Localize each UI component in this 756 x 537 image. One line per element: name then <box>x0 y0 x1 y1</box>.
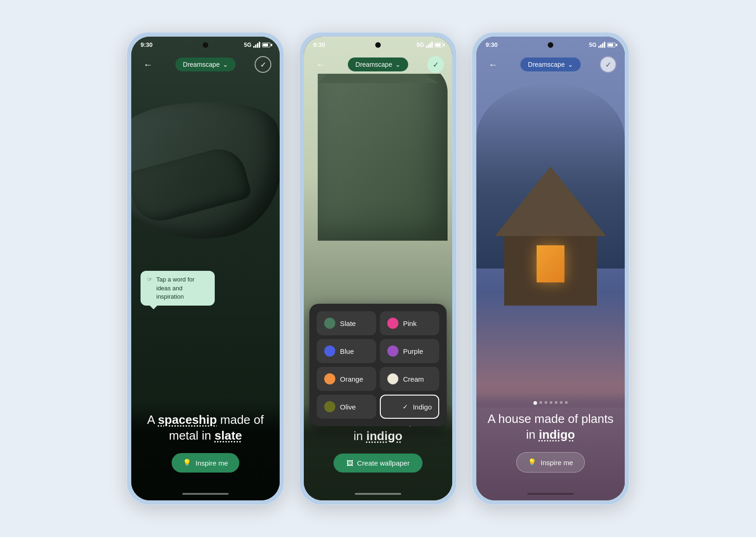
camera-notch-2 <box>375 42 381 48</box>
color-item-pink[interactable]: Pink <box>380 311 439 335</box>
color-item-blue[interactable]: Blue <box>317 339 376 363</box>
dot-2 <box>539 401 542 404</box>
color-item-olive[interactable]: Olive <box>317 395 376 419</box>
camera-notch <box>203 42 208 48</box>
check-button-2[interactable]: ✓ <box>427 56 444 73</box>
dreamscape-dropdown-3[interactable]: Dreamscape ⌄ <box>520 58 580 71</box>
status-icons-1: 5G <box>244 42 270 48</box>
back-button-3[interactable]: ← <box>485 56 501 73</box>
dot-7 <box>565 401 568 404</box>
color-label-pink: Pink <box>403 320 416 327</box>
inspire-button-1[interactable]: 💡 Inspire me <box>172 453 239 473</box>
color-label-purple: Purple <box>403 347 423 355</box>
color-grid: Slate Pink Blue Purple Orange <box>317 311 439 419</box>
dreamscape-dropdown-1[interactable]: Dreamscape ⌄ <box>175 58 235 71</box>
color-item-purple[interactable]: Purple <box>380 339 439 363</box>
color-picker-overlay: Slate Pink Blue Purple Orange <box>309 304 447 426</box>
battery-icon-3 <box>607 43 615 47</box>
house-roof <box>495 166 606 236</box>
inspire-icon-3: 💡 <box>528 458 537 467</box>
phone-2: 9:30 5G ← Dreamscape ⌄ ✓ <box>299 32 457 505</box>
status-time-3: 9:30 <box>486 41 498 48</box>
signal-bars-1 <box>253 42 260 48</box>
bottom-content-1: A spaceship made of metal in slate 💡 Ins… <box>131 403 280 500</box>
home-bar-1 <box>182 493 229 495</box>
chevron-down-icon-2: ⌄ <box>395 61 401 68</box>
color-label-olive: Olive <box>340 403 356 411</box>
home-bar-3 <box>527 493 574 495</box>
phone-3: 9:30 5G ← Dreamscape ⌄ ✓ <box>472 32 629 505</box>
status-icons-2: 5G <box>416 42 443 48</box>
chevron-down-icon-1: ⌄ <box>223 61 228 68</box>
building-illustration <box>304 74 452 241</box>
spaceship-illustration <box>131 64 280 287</box>
dot-1 <box>533 401 537 405</box>
color-dot-blue <box>324 345 335 357</box>
bottom-content-3: A house made of plants in indigo 💡 Inspi… <box>476 392 625 500</box>
hand-icon-1: ☞ <box>147 275 153 284</box>
home-bar-2 <box>355 493 401 495</box>
color-item-cream[interactable]: Cream <box>380 367 439 391</box>
color-item-slate[interactable]: Slate <box>317 311 376 335</box>
color-label-blue: Blue <box>340 347 354 355</box>
check-button-3[interactable]: ✓ <box>600 56 616 73</box>
dot-5 <box>555 401 557 404</box>
dreamscape-dropdown-2[interactable]: Dreamscape ⌄ <box>348 58 408 71</box>
network-label-1: 5G <box>244 42 251 48</box>
color-label-orange: Orange <box>340 375 363 383</box>
back-button-1[interactable]: ← <box>140 56 156 73</box>
color-label-slate: Slate <box>340 320 356 327</box>
color-label-indigo: Indigo <box>413 403 432 411</box>
color-label-cream: Cream <box>403 375 424 383</box>
color-dot-pink <box>387 318 398 329</box>
dots-indicator <box>486 401 615 405</box>
battery-icon-1 <box>262 43 270 47</box>
color-item-orange[interactable]: Orange <box>317 367 376 391</box>
color-dot-cream <box>387 373 398 384</box>
inspire-button-3[interactable]: 💡 Inspire me <box>516 452 584 473</box>
network-label-3: 5G <box>589 42 596 48</box>
status-time-1: 9:30 <box>141 41 153 48</box>
signal-bars-3 <box>598 42 605 48</box>
check-mark-indigo: ✓ <box>403 403 408 410</box>
create-wallpaper-button[interactable]: 🖼 Create wallpaper <box>333 454 423 473</box>
color-dot-slate <box>324 318 335 329</box>
inspire-icon-1: 💡 <box>183 459 192 467</box>
network-label-2: 5G <box>416 42 424 48</box>
main-text-1: A spaceship made of metal in slate <box>141 412 270 444</box>
chevron-down-icon-3: ⌄ <box>568 61 573 68</box>
status-time-2: 9:30 <box>313 41 325 48</box>
battery-icon-2 <box>435 43 443 47</box>
color-dot-orange <box>324 373 335 384</box>
check-button-1[interactable]: ✓ <box>255 56 271 73</box>
create-icon: 🖼 <box>346 459 353 467</box>
tooltip-1: ☞ Tap a word for ideas and inspiration <box>141 271 215 306</box>
color-item-indigo[interactable]: ✓ Indigo <box>380 395 439 419</box>
status-icons-3: 5G <box>589 42 615 48</box>
camera-notch-3 <box>548 42 553 48</box>
dot-6 <box>560 401 563 404</box>
color-dot-purple <box>387 345 398 357</box>
house-window <box>537 245 564 282</box>
dot-4 <box>550 401 552 404</box>
back-button-2[interactable]: ← <box>312 56 329 73</box>
main-text-3: A house made of plants in indigo <box>486 411 615 443</box>
signal-bars-2 <box>426 42 433 48</box>
color-dot-olive <box>324 401 335 412</box>
phone-1: 9:30 5G ← Dreamscape ⌄ ✓ <box>127 32 284 505</box>
dot-3 <box>545 401 547 404</box>
